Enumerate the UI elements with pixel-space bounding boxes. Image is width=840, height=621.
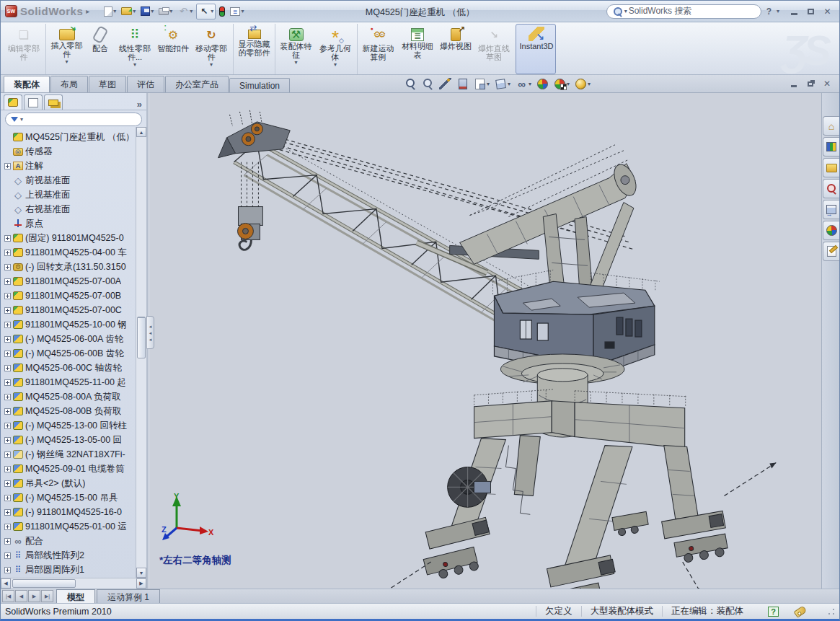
tree-item[interactable]: (-) 钢丝绳 32NAT18X7Fi- <box>3 447 136 462</box>
dropdown-arrow-icon[interactable]: ▾ <box>190 8 193 14</box>
ribbon-button[interactable]: 爆炸视图 ▾ <box>438 24 474 74</box>
dropdown-arrow-icon[interactable]: ▾ <box>294 60 297 66</box>
task-pane-button[interactable] <box>823 200 839 219</box>
tree-vertical-scrollbar[interactable]: ▲ ▼ <box>136 127 146 578</box>
tree-item[interactable]: 911801MQ4525-04-00 车 <box>3 245 136 260</box>
expand-toggle-icon[interactable] <box>4 293 11 299</box>
ribbon-button[interactable]: 爆炸直线草图 ▾ <box>474 24 514 74</box>
tree-item[interactable]: 吊具<2> (默认) <box>3 476 136 490</box>
expand-toggle-icon[interactable] <box>4 394 11 400</box>
scroll-up-icon[interactable]: ▲ <box>136 127 146 137</box>
expand-toggle-icon[interactable] <box>4 538 11 545</box>
expand-toggle-icon[interactable] <box>4 567 11 573</box>
filter-dropdown-icon[interactable]: ▾ <box>20 116 23 123</box>
configurationmanager-tab[interactable] <box>44 94 63 110</box>
search-box[interactable]: ▾ <box>606 4 761 19</box>
expand-toggle-icon[interactable] <box>4 437 11 444</box>
quick-toolbar-button[interactable]: ▾ <box>229 6 245 17</box>
sheet-nav-button[interactable]: ▶| <box>41 590 53 602</box>
view-tool-button[interactable]: ▾ <box>554 78 570 89</box>
expand-toggle-icon[interactable] <box>4 423 11 429</box>
ribbon-button[interactable]: 装配体特征 ▾ <box>275 24 315 74</box>
scroll-down-icon[interactable]: ▼ <box>136 568 146 578</box>
quick-tips-help-icon[interactable]: ? <box>768 607 779 617</box>
expand-toggle-icon[interactable] <box>4 307 11 314</box>
dropdown-arrow-icon[interactable]: ▾ <box>211 8 213 14</box>
tree-item[interactable]: (固定) 911801MQ4525-0 <box>3 231 136 245</box>
command-tab[interactable]: 草图 <box>89 76 126 92</box>
command-tab[interactable]: Simulation <box>229 78 290 92</box>
task-pane-button[interactable] <box>823 158 839 177</box>
sheet-nav-button[interactable]: |◀ <box>2 590 14 602</box>
ribbon-button[interactable]: 移动零部件 ▾ <box>191 24 231 74</box>
featuremanager-tab[interactable] <box>4 94 22 110</box>
tree-item[interactable]: 911801MQ4525-10-00 钢 <box>3 317 136 332</box>
tree-item[interactable]: 右视基准面 <box>3 202 136 216</box>
search-input[interactable] <box>629 6 737 17</box>
view-tool-button[interactable]: ▾ <box>456 78 469 89</box>
ribbon-button[interactable]: 显示隐藏的零部件 ▾ <box>233 24 273 74</box>
tree-item[interactable]: (-) MQ4525-06-00A 齿轮 <box>3 332 136 346</box>
tree-item[interactable]: 前视基准面 <box>3 173 136 188</box>
tree-item[interactable]: (-) MQ4525-13-05-00 回 <box>3 433 136 447</box>
expand-toggle-icon[interactable] <box>4 552 11 559</box>
tree-item[interactable]: 注解 <box>3 159 136 173</box>
quick-toolbar-button[interactable]: ▾ <box>120 6 137 17</box>
search-dropdown-icon[interactable]: ▾ <box>624 8 627 14</box>
view-tool-button[interactable]: ▾ <box>422 78 434 89</box>
dropdown-arrow-icon[interactable]: ▾ <box>133 8 136 14</box>
expand-toggle-icon[interactable] <box>4 264 11 270</box>
expand-toggle-icon[interactable] <box>4 408 11 415</box>
ribbon-button[interactable]: 材料明细表 ▾ <box>397 24 438 74</box>
expand-toggle-icon[interactable] <box>4 495 11 501</box>
tree-item[interactable]: 原点 <box>3 216 136 231</box>
propertymanager-tab[interactable] <box>24 94 43 110</box>
sheet-nav-button[interactable]: ▶ <box>28 590 40 602</box>
help-dropdown-icon[interactable]: ▾ <box>777 8 779 14</box>
resize-grip[interactable] <box>828 608 835 615</box>
expand-toggle-icon[interactable] <box>4 336 11 343</box>
view-tool-button[interactable]: ▾ <box>575 78 591 89</box>
tree-item[interactable]: MQ4525-08-00A 负荷取 <box>3 389 136 404</box>
tree-item[interactable]: 911801MQ4525-01-00 运 <box>3 519 136 534</box>
view-tool-button[interactable]: ▾ <box>439 78 451 89</box>
ribbon-button[interactable]: 参考几何体 ▾ <box>315 24 355 74</box>
tree-item[interactable]: MQ4525-06-00C 轴齿轮 <box>3 361 136 375</box>
scrollbar-thumb[interactable] <box>137 317 146 358</box>
expand-toggle-icon[interactable] <box>4 452 11 458</box>
dropdown-arrow-icon[interactable]: ▾ <box>113 8 116 14</box>
tree-item[interactable]: 配合 <box>3 534 136 548</box>
view-tool-button[interactable]: ▾ <box>495 78 510 89</box>
close-button[interactable]: ✕ <box>821 6 834 17</box>
quick-toolbar-button[interactable]: ▾ <box>196 4 216 19</box>
tree-item[interactable]: 局部圆周阵列1 <box>3 563 136 577</box>
expand-toggle-icon[interactable] <box>4 235 11 242</box>
task-pane-button[interactable] <box>823 221 839 240</box>
task-pane-button[interactable] <box>823 179 839 198</box>
scroll-left-icon[interactable]: ◀ <box>1 578 11 589</box>
expand-toggle-icon[interactable] <box>4 351 11 357</box>
tag-icon[interactable] <box>794 605 808 617</box>
tree-item[interactable]: 911801MQ4525-07-00B <box>3 289 136 303</box>
dropdown-arrow-icon[interactable]: ▾ <box>241 8 244 14</box>
task-pane-button[interactable] <box>823 137 839 157</box>
expand-toggle-icon[interactable] <box>4 480 11 487</box>
command-tab[interactable]: 办公室产品 <box>165 76 229 92</box>
view-tool-button[interactable]: ▾ <box>536 78 549 89</box>
ribbon-button[interactable]: 配合 ▾ <box>86 24 115 74</box>
quick-toolbar-button[interactable]: ▾ <box>176 4 194 19</box>
command-tab[interactable]: 布局 <box>50 76 88 92</box>
expand-toggle-icon[interactable] <box>4 278 11 285</box>
tree-item[interactable]: 911801MQ4525-11-00 起 <box>3 375 136 389</box>
command-tab[interactable]: 装配体 <box>4 76 50 92</box>
tree-item[interactable]: 局部线性阵列2 <box>3 548 136 563</box>
tree-item[interactable]: (-) MQ4525-15-00 吊具 <box>3 490 136 505</box>
menu-expand-arrow-icon[interactable]: ▸ <box>86 7 89 15</box>
tree-item[interactable]: 上视基准面 <box>3 188 136 202</box>
scrollbar-thumb[interactable] <box>12 579 76 588</box>
dropdown-arrow-icon[interactable]: ▾ <box>65 59 68 65</box>
tree-item[interactable]: (-) MQ4525-06-00B 齿轮 <box>3 346 136 361</box>
expand-toggle-icon[interactable] <box>4 322 11 328</box>
expand-toggle-icon[interactable] <box>4 379 11 386</box>
tree-item[interactable]: 传感器 <box>3 144 136 159</box>
